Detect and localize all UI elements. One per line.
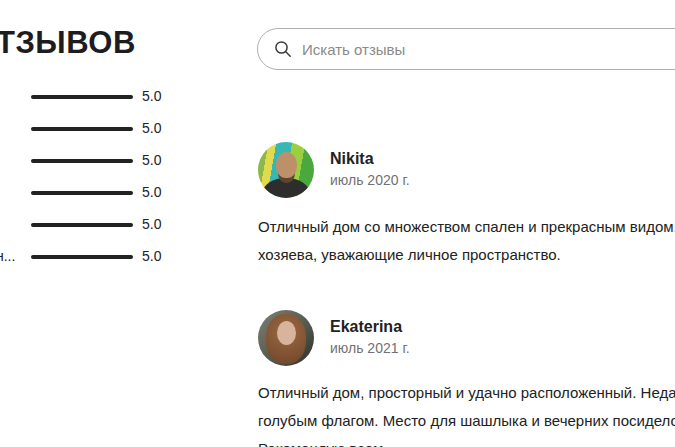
rating-bar [31, 159, 133, 163]
review-item: Ekaterina июль 2021 г. Отличный дом, про… [258, 310, 675, 447]
rating-value: 5.0 [142, 152, 161, 168]
review-text: Отличный дом, просторный и удачно распол… [258, 379, 675, 447]
rating-value: 5.0 [142, 184, 161, 200]
rating-value: 5.0 [142, 248, 161, 264]
review-date: июль 2021 г. [330, 340, 410, 356]
rating-label-truncated: н... [0, 248, 15, 264]
reviews-page: ТЗЫВОВ 5.0 5.0 5.0 5.0 5.0 н... 5.0 [0, 0, 675, 447]
rating-row: 5.0 [0, 119, 200, 139]
reviewer-name[interactable]: Nikita [330, 150, 374, 168]
avatar-face-shape [276, 152, 297, 178]
search-input[interactable] [257, 28, 675, 70]
rating-value: 5.0 [142, 120, 161, 136]
rating-row: 5.0 [0, 151, 200, 171]
avatar-face-shape [277, 321, 296, 345]
rating-bar [31, 191, 133, 195]
rating-row: 5.0 [0, 215, 200, 235]
review-text-line: Отличный дом со множеством спален и прек… [258, 213, 675, 241]
rating-row: н... 5.0 [0, 247, 200, 267]
search-reviews-field [257, 28, 675, 70]
review-text-line: голубым флагом. Место для шашлыка и вече… [258, 407, 675, 435]
rating-bar [31, 255, 133, 259]
reviewer-name[interactable]: Ekaterina [330, 318, 402, 336]
review-text-line: хозяева, уважающие личное пространство. [258, 241, 675, 269]
avatar[interactable] [258, 142, 314, 198]
rating-bar [31, 127, 133, 131]
review-text-line: Отличный дом, просторный и удачно распол… [258, 379, 675, 407]
rating-value: 5.0 [142, 216, 161, 232]
avatar[interactable] [258, 310, 314, 366]
reviews-heading: ТЗЫВОВ [0, 25, 136, 61]
review-text: Отличный дом со множеством спален и прек… [258, 213, 675, 269]
rating-row: 5.0 [0, 183, 200, 203]
review-date: июль 2020 г. [330, 172, 410, 188]
review-item: Nikita июль 2020 г. Отличный дом со множ… [258, 142, 675, 292]
rating-bar [31, 223, 133, 227]
rating-value: 5.0 [142, 88, 161, 104]
avatar-body-shape [262, 178, 309, 198]
rating-row: 5.0 [0, 87, 200, 107]
review-text-line: Рекомендую всем. [258, 435, 675, 447]
rating-bar [31, 95, 133, 99]
